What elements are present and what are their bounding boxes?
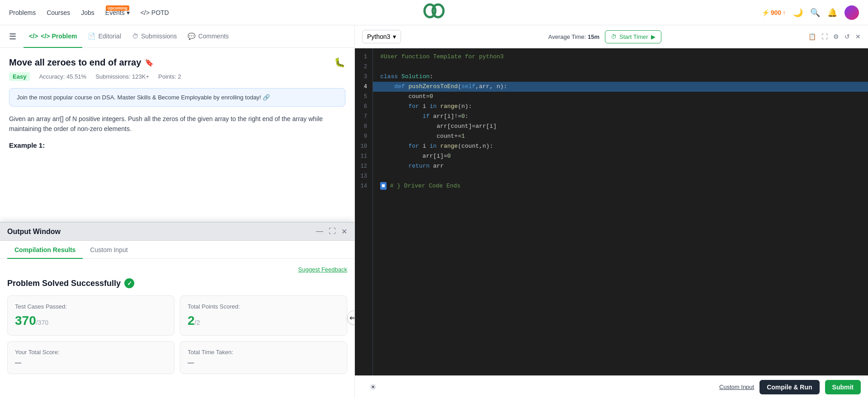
total-score-card: Your Total Score: —: [7, 341, 175, 374]
line-num-8: 8: [355, 122, 373, 131]
test-cases-value: 370/370: [15, 314, 167, 328]
code-line-6: for i in range(n):: [380, 102, 861, 112]
nav-problems[interactable]: Problems: [9, 9, 36, 16]
language-selector[interactable]: Python3 ▾: [362, 30, 401, 43]
code-line-11: arr[i]=0: [380, 151, 861, 161]
main-container: ☰ </> </> Problem 📄 Editorial ⏱ Submissi…: [0, 25, 868, 398]
dark-mode-icon[interactable]: 🌙: [793, 8, 803, 18]
example-title: Example 1:: [9, 141, 345, 149]
play-icon: ▶: [651, 33, 656, 40]
submit-button[interactable]: Submit: [825, 380, 861, 394]
tab-comments[interactable]: 💬 Comments: [182, 25, 234, 48]
nav-right: ⚡ 900 ↑ 🌙 🔍 🔔: [762, 5, 859, 20]
expand-icon[interactable]: ⛶: [821, 33, 828, 40]
suggest-feedback-link[interactable]: Suggest Feedback: [7, 266, 347, 273]
output-tabs: Compilation Results Custom Input: [0, 241, 354, 259]
test-cases-label: Test Cases Passed:: [15, 303, 167, 310]
search-icon[interactable]: 🔍: [810, 8, 820, 18]
minimize-icon[interactable]: —: [316, 227, 323, 236]
hamburger-icon[interactable]: ☰: [9, 32, 16, 42]
brightness-icon[interactable]: ☀: [362, 379, 384, 396]
accuracy: Accuracy: 45.51%: [39, 73, 86, 80]
problem-title: Move all zeroes to end of array 🔖 🐛: [9, 57, 345, 68]
chevron-down-icon: ▾: [393, 33, 396, 40]
time-card: Total Time Taken: —: [180, 341, 347, 374]
bottom-bar: ☀ Custom Input Compile & Run Submit: [355, 375, 868, 398]
close-icon[interactable]: ✕: [341, 227, 347, 236]
streak-counter: ⚡ 900 ↑: [762, 9, 786, 16]
line-num-4: 4: [355, 82, 373, 92]
success-check-icon: ✓: [124, 278, 134, 288]
line-num-3: 3: [355, 72, 373, 82]
notification-icon[interactable]: 🔔: [827, 8, 837, 18]
compile-run-button[interactable]: Compile & Run: [760, 380, 819, 394]
test-cases-card: Test Cases Passed: 370/370: [7, 295, 175, 336]
avatar[interactable]: [844, 5, 859, 20]
enroll-banner[interactable]: Join the most popular course on DSA. Mas…: [9, 88, 345, 107]
code-editor[interactable]: 1 2 3 4 5 6 7 8 9 10 11 12 13 14 #User f…: [355, 48, 868, 375]
line-num-7: 7: [355, 112, 373, 122]
refresh-icon[interactable]: ↺: [844, 33, 850, 40]
code-content[interactable]: #User function Template for python3 clas…: [373, 48, 868, 375]
nav-jobs[interactable]: Jobs: [81, 9, 94, 16]
code-line-13: [380, 171, 861, 181]
top-navigation: Problems Courses Jobs Events ▾ Upcoming …: [0, 0, 868, 25]
timer-icon: ⏱: [611, 33, 617, 40]
code-line-10: for i in range(count,n):: [380, 141, 861, 151]
output-header: Output Window — ⛶ ✕: [0, 223, 354, 241]
code-line-8: arr[count]=arr[i]: [380, 122, 861, 131]
output-controls: — ⛶ ✕: [316, 227, 347, 236]
code-lines: 1 2 3 4 5 6 7 8 9 10 11 12 13 14 #User f…: [355, 48, 868, 375]
site-logo: [423, 3, 445, 22]
code-line-14: ■ # } Driver Code Ends: [380, 181, 861, 191]
time-label: Total Time Taken:: [188, 349, 340, 356]
difficulty-badge: Easy: [9, 72, 30, 81]
bookmark-icon[interactable]: 🔖: [145, 58, 154, 67]
code-line-2: [380, 62, 861, 72]
nav-events[interactable]: Events ▾ Upcoming: [105, 9, 130, 16]
fullscreen-close-icon[interactable]: ✕: [855, 33, 861, 40]
code-line-7: if arr[i]!=0:: [380, 112, 861, 122]
line-num-14: 14: [355, 181, 373, 191]
line-num-11: 11: [355, 151, 373, 161]
points-value: 2/2: [188, 314, 340, 328]
start-timer-button[interactable]: ⏱ Start Timer ▶: [605, 30, 661, 43]
line-num-9: 9: [355, 131, 373, 141]
right-panel: Python3 ▾ Average Time: 15m ⏱ Start Time…: [355, 25, 868, 398]
tab-problem[interactable]: </> </> Problem: [24, 25, 82, 48]
output-body: Suggest Feedback Problem Solved Successf…: [0, 259, 354, 398]
line-num-6: 6: [355, 102, 373, 112]
nav-courses[interactable]: Courses: [47, 9, 70, 16]
maximize-icon[interactable]: ⛶: [329, 227, 336, 236]
nav-left: Problems Courses Jobs Events ▾ Upcoming …: [9, 9, 169, 16]
submissions: Submissions: 123K+: [95, 73, 149, 80]
editor-tools: 📋 ⛶ ⚙ ↺ ✕: [808, 33, 861, 40]
custom-input-link[interactable]: Custom Input: [719, 384, 754, 390]
points-card: Total Points Scored: 2/2: [180, 295, 347, 336]
points-label: Total Points Scored:: [188, 303, 340, 310]
tab-compilation-results[interactable]: Compilation Results: [7, 241, 83, 259]
settings-icon[interactable]: ⚙: [833, 33, 839, 40]
line-numbers: 1 2 3 4 5 6 7 8 9 10 11 12 13 14: [355, 48, 373, 375]
tab-custom-input[interactable]: Custom Input: [83, 241, 135, 259]
tab-submissions[interactable]: ⏱ Submissions: [127, 25, 182, 48]
sub-tabs: ☰ </> </> Problem 📄 Editorial ⏱ Submissi…: [0, 25, 354, 48]
code-line-9: count+=1: [380, 131, 861, 141]
line-num-10: 10: [355, 141, 373, 151]
success-heading: Problem Solved Successfully ✓: [7, 278, 347, 288]
output-window-title: Output Window: [7, 228, 61, 236]
code-line-3: class Solution:: [380, 72, 861, 82]
code-line-4: def pushZerosToEnd(self,arr, n):: [373, 82, 868, 92]
nav-potd[interactable]: </> POTD: [141, 9, 169, 16]
bug-icon[interactable]: 🐛: [334, 57, 345, 68]
total-score-label: Your Total Score:: [15, 349, 167, 356]
tab-editorial[interactable]: 📄 Editorial: [82, 25, 127, 48]
time-value: —: [188, 359, 340, 366]
line-num-2: 2: [355, 62, 373, 72]
problem-meta: Easy Accuracy: 45.51% Submissions: 123K+…: [9, 72, 345, 81]
line-num-13: 13: [355, 171, 373, 181]
code-line-5: count=0: [380, 92, 861, 102]
upcoming-badge: Upcoming: [106, 5, 129, 11]
copy-icon[interactable]: 📋: [808, 33, 816, 40]
line-num-1: 1: [355, 52, 373, 62]
